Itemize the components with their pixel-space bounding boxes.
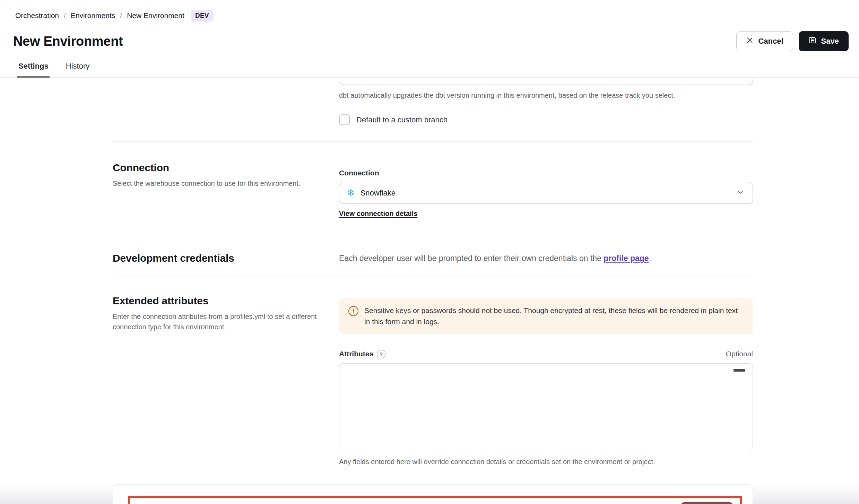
custom-branch-checkbox[interactable]	[339, 114, 350, 125]
connection-selected-value: Snowflake	[360, 189, 737, 198]
connection-section: Connection Select the warehouse connecti…	[113, 142, 753, 243]
optional-label: Optional	[726, 350, 753, 358]
tab-bar: Settings History	[0, 62, 859, 78]
warning-text: Sensitive keys or passwords should not b…	[364, 305, 744, 327]
development-credentials-heading: Development credentials	[113, 252, 339, 264]
extended-attributes-section: Extended attributes Enter the connection…	[113, 277, 753, 467]
page-title: New Environment	[13, 34, 123, 49]
attributes-helper: Any fields entered here will override co…	[339, 457, 753, 467]
delete-highlight-box: Click the button below to delete this en…	[128, 496, 742, 504]
development-credentials-description: Each developer user will be prompted to …	[339, 254, 753, 263]
attributes-label: Attributes	[339, 350, 373, 358]
custom-branch-label: Default to a custom branch	[356, 115, 448, 124]
sensitive-keys-warning-banner: ! Sensitive keys or passwords should not…	[339, 298, 753, 334]
connection-description: Select the warehouse connection to use f…	[113, 178, 321, 189]
view-connection-details-link[interactable]: View connection details	[339, 210, 417, 218]
danger-zone-card: Click the button below to delete this en…	[113, 484, 753, 504]
connection-field-label: Connection	[339, 169, 753, 177]
devcred-text: Each developer user will be prompted to …	[339, 254, 604, 263]
snowflake-icon: ❄	[347, 188, 355, 198]
attributes-label-row: Attributes ? Optional	[339, 350, 753, 358]
header-actions: Cancel Save	[736, 31, 849, 51]
custom-branch-row: Default to a custom branch	[339, 114, 753, 125]
save-button[interactable]: Save	[799, 31, 849, 51]
cancel-button-label: Cancel	[758, 37, 783, 46]
profile-page-link[interactable]: profile page	[604, 254, 649, 263]
extended-attributes-description: Enter the connection attributes from a p…	[113, 311, 321, 332]
release-track-helper: dbt automatically upgrades the dbt versi…	[339, 90, 753, 101]
release-track-select-partial[interactable]	[339, 78, 753, 85]
development-credentials-section: Development credentials Each developer u…	[113, 243, 753, 277]
connection-heading: Connection	[113, 162, 339, 174]
breadcrumb-new-environment[interactable]: New Environment	[127, 11, 184, 20]
breadcrumb-separator: /	[120, 11, 122, 20]
topbar: Orchestration / Environments / New Envir…	[0, 0, 859, 21]
extended-attributes-heading: Extended attributes	[113, 295, 339, 307]
save-button-label: Save	[821, 37, 839, 46]
connection-select[interactable]: ❄ Snowflake	[339, 182, 753, 204]
chevron-down-icon	[737, 189, 744, 198]
delete-button[interactable]: Delete	[681, 502, 733, 504]
breadcrumb-orchestration[interactable]: Orchestration	[15, 11, 59, 20]
cancel-button[interactable]: Cancel	[736, 31, 793, 51]
env-dev-badge: DEV	[191, 10, 214, 21]
breadcrumb-environments[interactable]: Environments	[71, 11, 115, 20]
tab-history[interactable]: History	[65, 62, 90, 78]
collapse-minus-icon[interactable]	[734, 369, 745, 372]
help-icon[interactable]: ?	[377, 350, 385, 358]
save-floppy-icon	[808, 36, 817, 46]
page-header: New Environment Cancel Save	[0, 31, 859, 51]
new-environment-page: Orchestration / Environments / New Envir…	[0, 0, 859, 504]
release-track-section: dbt automatically upgrades the dbt versi…	[113, 78, 753, 141]
tab-settings[interactable]: Settings	[17, 62, 50, 78]
close-icon	[746, 36, 754, 46]
devcred-text-suffix: .	[649, 254, 651, 263]
breadcrumb: Orchestration / Environments / New Envir…	[15, 10, 845, 21]
breadcrumb-separator: /	[64, 11, 66, 20]
warning-icon: !	[348, 306, 358, 316]
attributes-editor[interactable]	[339, 363, 753, 450]
